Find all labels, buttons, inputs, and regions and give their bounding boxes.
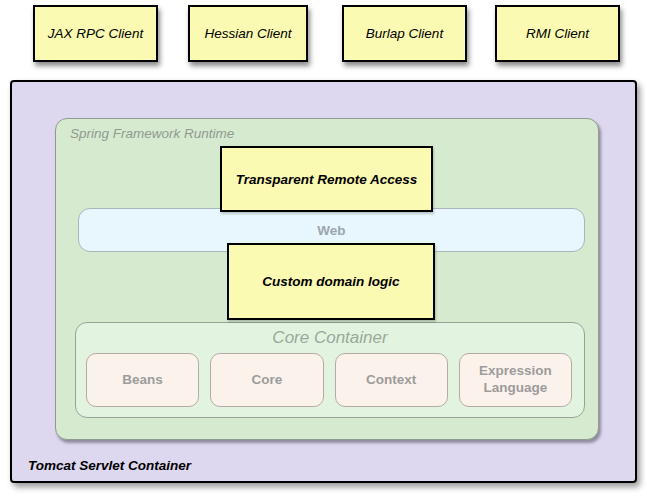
tomcat-servlet-container: Spring Framework Runtime Web Transparent… [10, 80, 637, 483]
hessian-client-box: Hessian Client [188, 5, 308, 62]
burlap-client-label: Burlap Client [366, 26, 443, 41]
jax-rpc-client-box: JAX RPC Client [33, 5, 158, 62]
module-beans-label: Beans [122, 372, 163, 389]
hessian-client-label: Hessian Client [204, 26, 291, 41]
module-expression-language: Expression Language [459, 353, 572, 407]
core-container: Core Container Beans Core Context Expres… [75, 322, 585, 418]
spring-framework-runtime: Spring Framework Runtime Web Transparent… [55, 118, 599, 440]
rmi-client-label: RMI Client [526, 26, 589, 41]
spring-framework-runtime-label: Spring Framework Runtime [70, 126, 234, 141]
module-context: Context [335, 353, 448, 407]
module-expression-language-label: Expression Language [466, 363, 565, 397]
rmi-client-box: RMI Client [495, 5, 620, 62]
core-container-modules: Beans Core Context Expression Language [86, 353, 572, 407]
architecture-diagram: JAX RPC Client Hessian Client Burlap Cli… [0, 0, 647, 500]
core-container-title: Core Container [76, 328, 584, 348]
module-beans: Beans [86, 353, 199, 407]
transparent-remote-access-label: Transparent Remote Access [236, 172, 418, 187]
module-context-label: Context [366, 372, 416, 389]
web-layer-label: Web [317, 223, 345, 238]
custom-domain-logic-label: Custom domain logic [262, 274, 399, 289]
tomcat-servlet-container-label: Tomcat Servlet Container [28, 458, 191, 473]
transparent-remote-access-box: Transparent Remote Access [220, 146, 433, 212]
module-core-label: Core [251, 372, 282, 389]
module-core: Core [210, 353, 323, 407]
burlap-client-box: Burlap Client [342, 5, 467, 62]
jax-rpc-client-label: JAX RPC Client [48, 26, 143, 41]
custom-domain-logic-box: Custom domain logic [227, 243, 435, 320]
